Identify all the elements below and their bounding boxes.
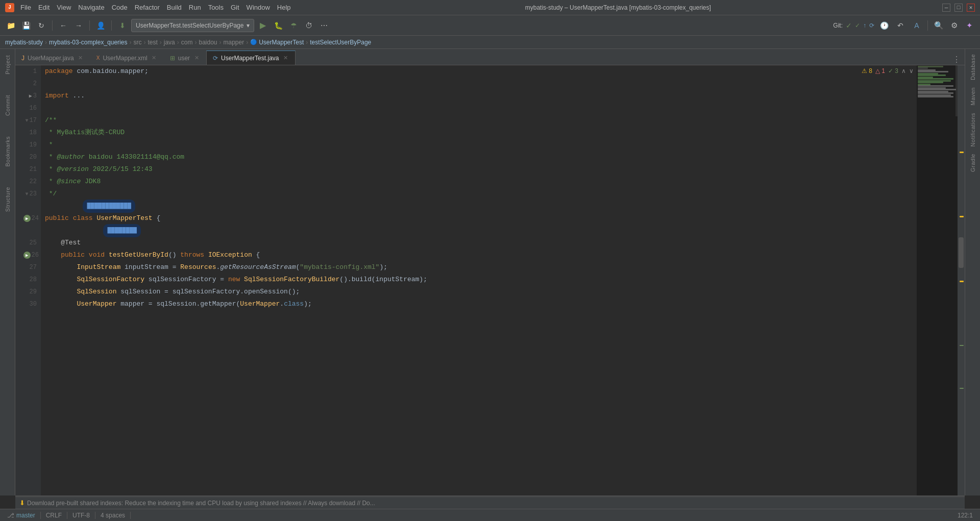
collapse-warnings-button[interactable]: ∨ — [909, 67, 914, 75]
profile-button[interactable]: ⏱ — [302, 19, 315, 32]
app-icon: J — [5, 3, 14, 12]
menu-edit[interactable]: Edit — [35, 3, 53, 12]
tabs-more-button[interactable]: ⋮ — [950, 55, 963, 65]
expand-warnings-button[interactable]: ∧ — [901, 67, 906, 75]
tab-usermapper-java[interactable]: J UserMapper.java ✕ — [15, 51, 90, 65]
breadcrumb-module[interactable]: mybatis-03-complex_queries — [49, 39, 127, 46]
toolbar-sep-2 — [89, 20, 90, 31]
editor-scrollbar[interactable] — [958, 65, 965, 495]
warning-marker-1 — [960, 152, 964, 153]
code-line-20: * @author baidou 1433021114@qq.com — [45, 151, 913, 163]
breadcrumb-mapper-pkg: mapper — [224, 39, 244, 46]
notification-text: Download pre-built shared indexes: Reduc… — [27, 500, 375, 507]
tab-close-user-db[interactable]: ✕ — [193, 55, 200, 62]
code-line-19: * — [45, 139, 913, 151]
line-29: 29 — [15, 286, 41, 298]
menu-tools[interactable]: Tools — [205, 3, 227, 12]
breadcrumb-sep-8: › — [246, 39, 248, 46]
title-bar-left: J File Edit View Navigate Code Refactor … — [5, 3, 294, 12]
breadcrumb-method[interactable]: testSelectUserByPage — [310, 39, 371, 46]
menu-code[interactable]: Code — [109, 3, 131, 12]
line-16: 16 — [15, 102, 41, 114]
debug-button[interactable]: 🐛 — [272, 19, 285, 32]
tab-close-usermappertest-java[interactable]: ✕ — [282, 55, 289, 62]
right-panel-gradle[interactable]: Gradle — [969, 151, 977, 175]
scrollbar-thumb[interactable] — [959, 237, 964, 268]
code-line-21: * @version 2022/5/15 12:43 — [45, 163, 913, 176]
breadcrumb-sep-1: › — [45, 39, 47, 46]
menu-git[interactable]: Git — [228, 3, 242, 12]
minimize-button[interactable]: — — [942, 4, 950, 12]
code-editor[interactable]: ⚠ 8 △ 1 ✓ 3 ∧ ∨ package com.baidou.mappe… — [41, 65, 917, 495]
status-position-item[interactable]: 122:1 — [954, 509, 976, 521]
menu-view[interactable]: View — [54, 3, 74, 12]
coverage-button[interactable]: ☂ — [287, 19, 300, 32]
search-everywhere-button[interactable]: 🔍 — [932, 19, 945, 32]
git-tick-icon: ✓ — [855, 22, 860, 29]
status-indent-item[interactable]: 4 spaces — [97, 509, 128, 521]
tab-user-db[interactable]: ⊞ user ✕ — [164, 51, 206, 65]
open-file-button[interactable]: 📁 — [4, 19, 17, 32]
git-history-button[interactable]: 🕐 — [877, 19, 891, 32]
settings-button[interactable]: ⚙ — [947, 19, 961, 32]
refresh-button[interactable]: ↻ — [35, 19, 48, 32]
run-config-label: UserMapperTest.testSelectUserByPage — [136, 22, 243, 29]
menu-help[interactable]: Help — [274, 3, 294, 12]
maximize-button[interactable]: □ — [954, 4, 963, 12]
menu-build[interactable]: Build — [164, 3, 185, 12]
menu-run[interactable]: Run — [186, 3, 204, 12]
menu-window[interactable]: Window — [243, 3, 273, 12]
forward-button[interactable]: → — [72, 19, 85, 32]
ai-button[interactable]: ✦ — [963, 19, 976, 32]
back-button[interactable]: ← — [57, 19, 70, 32]
sidebar-bookmarks-label[interactable]: Bookmarks — [4, 132, 12, 171]
right-panel-notifications[interactable]: Notifications — [969, 110, 977, 150]
status-sep-2 — [67, 512, 67, 519]
right-panel-database[interactable]: Database — [969, 51, 977, 83]
line-20: 20 — [15, 151, 41, 163]
tab-close-usermapper-xml[interactable]: ✕ — [151, 55, 158, 62]
toolbar-sep-1 — [52, 20, 53, 31]
line-21: 21 — [15, 163, 41, 176]
breadcrumb-baidou: baidou — [199, 39, 217, 46]
save-button[interactable]: 💾 — [19, 19, 33, 32]
menu-refactor[interactable]: Refactor — [132, 3, 163, 12]
tabs-bar: J UserMapper.java ✕ X UserMapper.xml ✕ ⊞… — [15, 49, 965, 65]
right-panel-maven[interactable]: Maven — [969, 84, 977, 109]
line-28: 28 — [15, 274, 41, 286]
toolbar-sep-right — [927, 20, 928, 31]
user-button[interactable]: 👤 — [94, 19, 107, 32]
translate-button[interactable]: A — [910, 19, 923, 32]
status-encoding-item[interactable]: UTF-8 — [69, 509, 93, 521]
code-inline-annotation-2: ████████ — [45, 225, 913, 237]
run-config-selector[interactable]: UserMapperTest.testSelectUserByPage ▾ — [131, 19, 254, 32]
git-push-icon: ↑ — [863, 22, 866, 29]
menu-file[interactable]: File — [17, 3, 34, 12]
run-gutter-icon-26[interactable]: ▶ — [23, 252, 31, 259]
tab-usermapper-xml[interactable]: X UserMapper.xml ✕ — [90, 51, 164, 65]
close-button[interactable]: ✕ — [967, 4, 975, 12]
notification-icon: ⬇ — [19, 499, 25, 507]
toolbar: 📁 💾 ↻ ← → 👤 ⬇ UserMapperTest.testSelectU… — [0, 15, 980, 36]
tab-usermappertest-java[interactable]: ⟳ UserMapperTest.java ✕ — [206, 51, 296, 65]
breadcrumb-sep-7: › — [219, 39, 222, 46]
breadcrumb-project[interactable]: mybatis-study — [5, 39, 43, 46]
sidebar-project-label[interactable]: Project — [4, 51, 12, 79]
run-button[interactable]: ▶ — [256, 19, 270, 32]
status-line-ending: CRLF — [46, 512, 62, 519]
sidebar-commit-label[interactable]: Commit — [4, 91, 12, 120]
line-24: ▶ 24 — [15, 212, 41, 225]
breadcrumb-class[interactable]: UserMapperTest — [259, 39, 304, 46]
status-branch-item[interactable]: ⎇ master — [4, 509, 38, 521]
tab-close-usermapper-java[interactable]: ✕ — [77, 55, 84, 62]
menu-navigate[interactable]: Navigate — [75, 3, 107, 12]
vcs-button[interactable]: ⬇ — [116, 19, 129, 32]
more-run-button[interactable]: ⋯ — [317, 19, 331, 32]
tab-icon-db: ⊞ — [170, 55, 175, 62]
undo-button[interactable]: ↶ — [894, 19, 907, 32]
status-lf-item[interactable]: CRLF — [43, 509, 65, 521]
line-26: ▶ 26 — [15, 249, 41, 261]
breadcrumb-sep-9: › — [306, 39, 308, 46]
run-gutter-icon-24[interactable]: ▶ — [23, 215, 31, 222]
sidebar-structure-label[interactable]: Structure — [4, 183, 12, 216]
